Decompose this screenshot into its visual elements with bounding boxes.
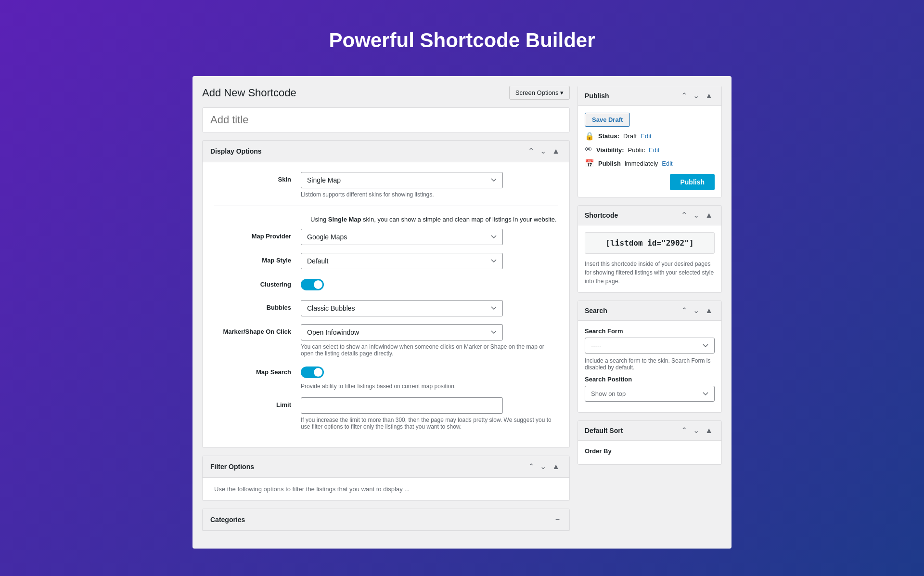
search-collapse-up[interactable]: ⌃ bbox=[679, 306, 689, 315]
categories-header: Categories − bbox=[203, 509, 569, 531]
search-collapse-toggle[interactable]: ▲ bbox=[703, 306, 715, 315]
skin-field: Single Map Listdom supports different sk… bbox=[301, 172, 558, 198]
collapse-toggle-button[interactable]: ▲ bbox=[550, 146, 562, 156]
order-by-label: Order By bbox=[585, 447, 715, 455]
search-position-select[interactable]: Show on top bbox=[585, 386, 715, 402]
default-sort-collapse-down[interactable]: ⌄ bbox=[691, 426, 701, 435]
map-search-label: Map Search bbox=[214, 365, 301, 376]
skin-info-text: Using Single Map skin, you can show a si… bbox=[214, 212, 558, 229]
page-header: Add New Shortcode Screen Options ▾ bbox=[202, 86, 570, 100]
search-form-desc: Include a search form to the skin. Searc… bbox=[585, 357, 715, 371]
shortcode-panel-title: Shortcode bbox=[585, 211, 618, 219]
bubbles-row: Bubbles Classic Bubbles bbox=[214, 300, 558, 316]
filter-collapse-up[interactable]: ⌃ bbox=[526, 462, 536, 471]
marker-field: Open Infowindow You can select to show a… bbox=[301, 324, 558, 357]
map-search-hint: Provide ability to filter listings based… bbox=[301, 383, 558, 390]
visibility-row: 👁 Visibility: Public Edit bbox=[585, 145, 715, 154]
search-form-select[interactable]: ----- bbox=[585, 338, 715, 353]
map-search-row: Map Search Provide ability to filter lis… bbox=[214, 365, 558, 390]
default-sort-body: Order By bbox=[578, 441, 721, 464]
publish-collapse-down[interactable]: ⌄ bbox=[691, 91, 701, 101]
map-provider-label: Map Provider bbox=[214, 229, 301, 240]
limit-row: Limit 300 If you increase the limit to m… bbox=[214, 397, 558, 430]
clustering-toggle[interactable] bbox=[301, 279, 324, 290]
publish-panel-controls: ⌃ ⌄ ▲ bbox=[679, 91, 715, 101]
limit-input[interactable]: 300 bbox=[301, 397, 503, 414]
map-style-select[interactable]: Default bbox=[301, 253, 503, 269]
categories-title: Categories bbox=[210, 516, 245, 524]
publish-button[interactable]: Publish bbox=[670, 174, 715, 190]
filter-options-header: Filter Options ⌃ ⌄ ▲ bbox=[203, 456, 569, 478]
map-search-field: Provide ability to filter listings based… bbox=[301, 365, 558, 390]
default-sort-collapse-toggle[interactable]: ▲ bbox=[703, 426, 715, 435]
display-options-body: Skin Single Map Listdom supports differe… bbox=[203, 162, 569, 447]
skin-select[interactable]: Single Map bbox=[301, 172, 503, 188]
bubbles-label: Bubbles bbox=[214, 300, 301, 311]
visibility-label: Visibility: bbox=[596, 146, 624, 154]
default-sort-collapse-up[interactable]: ⌃ bbox=[679, 426, 689, 435]
filter-collapse-toggle[interactable]: ▲ bbox=[550, 462, 562, 471]
limit-label: Limit bbox=[214, 397, 301, 408]
shortcode-box: [listdom id="2902"] bbox=[585, 232, 715, 254]
filter-panel-controls: ⌃ ⌄ ▲ bbox=[526, 462, 562, 471]
display-options-title: Display Options bbox=[210, 147, 262, 155]
save-draft-button[interactable]: Save Draft bbox=[585, 113, 630, 127]
search-form-label: Search Form bbox=[585, 327, 715, 335]
status-edit-link[interactable]: Edit bbox=[641, 132, 651, 140]
skin-row: Skin Single Map Listdom supports differe… bbox=[214, 172, 558, 198]
panel-controls: ⌃ ⌄ ▲ bbox=[526, 146, 562, 156]
map-provider-field: Google Maps bbox=[301, 229, 558, 245]
publish-collapse-toggle[interactable]: ▲ bbox=[703, 91, 715, 101]
limit-hint: If you increase the limit to more than 3… bbox=[301, 417, 558, 430]
publish-time-row: 📅 Publish immediately Edit bbox=[585, 159, 715, 168]
visibility-edit-link[interactable]: Edit bbox=[649, 146, 659, 154]
categories-panel: Categories − bbox=[202, 509, 570, 531]
shortcode-desc: Insert this shortcode inside of your des… bbox=[585, 260, 715, 286]
map-search-toggle[interactable] bbox=[301, 367, 324, 378]
skin-label: Skin bbox=[214, 172, 301, 183]
filter-collapse-down[interactable]: ⌄ bbox=[538, 462, 548, 471]
collapse-up-button[interactable]: ⌃ bbox=[526, 146, 536, 156]
publish-collapse-up[interactable]: ⌃ bbox=[679, 91, 689, 101]
marker-label: Marker/Shape On Click bbox=[214, 324, 301, 335]
publish-time-icon: 📅 bbox=[585, 159, 594, 168]
visibility-icon: 👁 bbox=[585, 145, 592, 154]
search-panel: Search ⌃ ⌄ ▲ Search Form ----- Include a… bbox=[578, 301, 722, 413]
publish-panel-title: Publish bbox=[585, 92, 609, 100]
screen-options-button[interactable]: Screen Options ▾ bbox=[509, 86, 570, 100]
shortcode-panel: Shortcode ⌃ ⌄ ▲ [listdom id="2902"] Inse… bbox=[578, 205, 722, 293]
hero-title: Powerful Shortcode Builder bbox=[0, 0, 924, 76]
skin-hint: Listdom supports different skins for sho… bbox=[301, 191, 558, 198]
categories-collapse-toggle[interactable]: − bbox=[553, 515, 562, 524]
shortcode-collapse-down[interactable]: ⌄ bbox=[691, 210, 701, 220]
filter-options-body: Use the following options to filter the … bbox=[203, 478, 569, 500]
bubbles-field: Classic Bubbles bbox=[301, 300, 558, 316]
title-input[interactable] bbox=[202, 107, 570, 132]
clustering-slider bbox=[301, 279, 324, 290]
page-title: Add New Shortcode bbox=[202, 87, 296, 99]
marker-hint: You can select to show an infowindow whe… bbox=[301, 343, 558, 357]
filter-options-panel: Filter Options ⌃ ⌄ ▲ Use the following o… bbox=[202, 456, 570, 501]
limit-field: 300 If you increase the limit to more th… bbox=[301, 397, 558, 430]
filter-options-title: Filter Options bbox=[210, 463, 254, 471]
shortcode-collapse-up[interactable]: ⌃ bbox=[679, 210, 689, 220]
publish-time-edit-link[interactable]: Edit bbox=[662, 160, 672, 167]
status-row: 🔒 Status: Draft Edit bbox=[585, 131, 715, 141]
bubbles-select[interactable]: Classic Bubbles bbox=[301, 300, 503, 316]
status-label: Status: bbox=[598, 132, 619, 140]
search-panel-title: Search bbox=[585, 307, 607, 314]
shortcode-collapse-toggle[interactable]: ▲ bbox=[703, 210, 715, 220]
map-search-slider bbox=[301, 367, 324, 378]
filter-hint: Use the following options to filter the … bbox=[214, 485, 558, 493]
divider-1 bbox=[214, 206, 558, 206]
search-collapse-down[interactable]: ⌄ bbox=[691, 306, 701, 315]
map-provider-select[interactable]: Google Maps bbox=[301, 229, 503, 245]
default-sort-panel: Default Sort ⌃ ⌄ ▲ Order By bbox=[578, 420, 722, 465]
marker-select[interactable]: Open Infowindow bbox=[301, 324, 503, 340]
search-panel-body: Search Form ----- Include a search form … bbox=[578, 321, 721, 412]
shortcode-panel-header: Shortcode ⌃ ⌄ ▲ bbox=[578, 206, 721, 225]
collapse-down-button[interactable]: ⌄ bbox=[538, 146, 548, 156]
map-style-row: Map Style Default bbox=[214, 253, 558, 269]
display-options-panel: Display Options ⌃ ⌄ ▲ Skin Single Map Li… bbox=[202, 140, 570, 448]
search-panel-header: Search ⌃ ⌄ ▲ bbox=[578, 301, 721, 321]
